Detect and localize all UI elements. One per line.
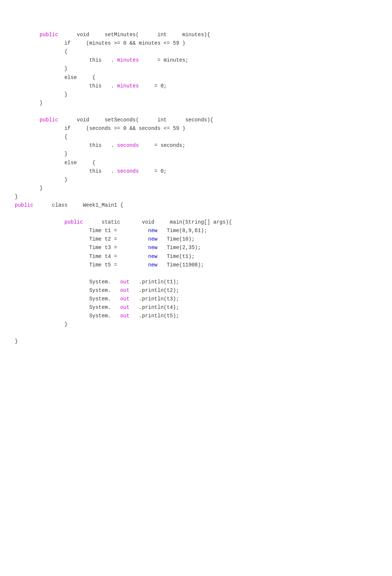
keyword-new-4: new — [148, 253, 157, 259]
keyword-out-2: out — [120, 287, 130, 293]
keyword-this-2: this — [89, 83, 102, 89]
keyword-class-1: class — [52, 202, 68, 208]
field-minutes-1: minutes — [117, 57, 139, 63]
keyword-void-1: void — [77, 32, 89, 38]
keyword-out-3: out — [120, 296, 130, 302]
keyword-if-1: if — [64, 40, 71, 46]
keyword-out-1: out — [120, 279, 130, 285]
field-minutes-2: minutes — [117, 83, 139, 89]
keyword-public-1: public — [39, 32, 58, 38]
keyword-int-2: int — [158, 117, 167, 123]
keyword-static-1: static — [102, 219, 120, 225]
keyword-else-2: else — [64, 160, 77, 166]
keyword-new-5: new — [148, 262, 157, 268]
keyword-void-3: void — [142, 219, 155, 225]
keyword-new-3: new — [148, 245, 157, 251]
keyword-public-2: public — [39, 117, 58, 123]
field-seconds-1: seconds — [117, 142, 139, 148]
keyword-public-4: public — [64, 219, 83, 225]
keyword-new-1: new — [148, 228, 157, 234]
code-block: public void setMinutes( int minutes){ if… — [15, 22, 377, 346]
keyword-out-5: out — [120, 313, 130, 319]
keyword-this-1: this — [89, 57, 102, 63]
field-seconds-2: seconds — [117, 168, 139, 174]
keyword-public-3: public — [15, 202, 33, 208]
keyword-this-4: this — [89, 168, 102, 174]
keyword-int-1: int — [158, 32, 167, 38]
keyword-void-2: void — [77, 117, 89, 123]
keyword-new-2: new — [148, 236, 157, 242]
keyword-else-1: else — [64, 75, 77, 80]
keyword-this-3: this — [89, 142, 102, 148]
keyword-out-4: out — [120, 304, 130, 310]
keyword-if-2: if — [64, 125, 71, 131]
